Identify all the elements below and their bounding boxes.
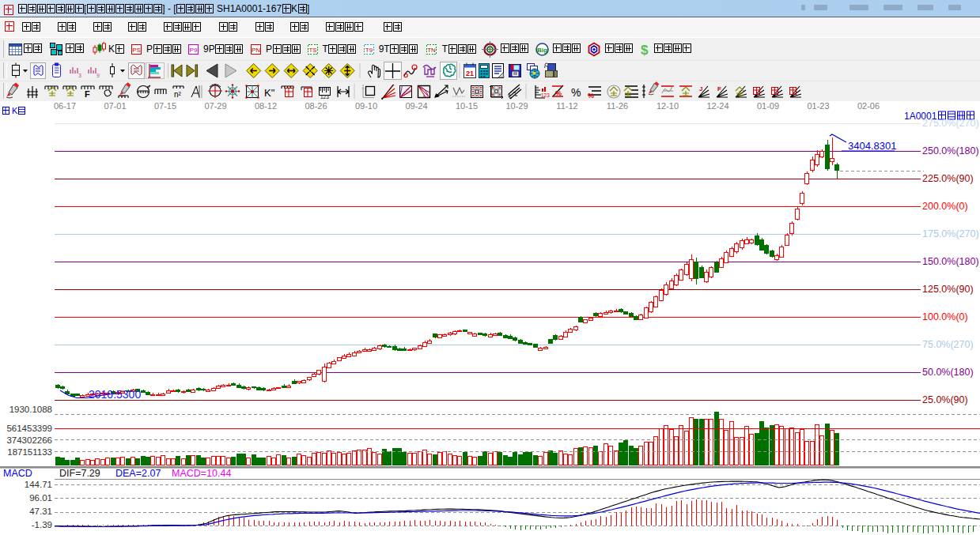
svg-text:275.0%(270): 275.0%(270)	[922, 118, 979, 129]
svg-text:187151133: 187151133	[7, 447, 52, 457]
svg-text:11-26: 11-26	[607, 101, 628, 111]
svg-text:374302266: 374302266	[6, 435, 52, 445]
svg-text:09-10: 09-10	[355, 101, 377, 111]
svg-text:MACD=10.44: MACD=10.44	[172, 468, 231, 479]
svg-text:144.71: 144.71	[25, 480, 52, 489]
svg-text:100.0%(0): 100.0%(0)	[922, 311, 968, 322]
svg-text:10-29: 10-29	[505, 101, 528, 111]
svg-text:08-26: 08-26	[305, 101, 327, 111]
svg-text:01-23: 01-23	[807, 101, 829, 111]
svg-text:12-24: 12-24	[706, 101, 728, 111]
svg-text:DEA=2.07: DEA=2.07	[115, 468, 161, 479]
svg-text:75.0%(270): 75.0%(270)	[922, 339, 974, 350]
svg-text:175.0%(270): 175.0%(270)	[922, 228, 979, 239]
svg-text:225.0%(90): 225.0%(90)	[922, 173, 974, 184]
svg-text:25.0%(90): 25.0%(90)	[922, 394, 968, 405]
svg-text:09-24: 09-24	[405, 101, 427, 111]
svg-text:11-12: 11-12	[556, 101, 577, 111]
svg-text:-1.39: -1.39	[32, 520, 52, 529]
svg-text:96.01: 96.01	[29, 493, 52, 503]
svg-text:K: K	[12, 106, 18, 115]
svg-text:200.0%(0): 200.0%(0)	[922, 201, 968, 212]
svg-text:07-15: 07-15	[154, 101, 176, 111]
svg-text:07-29: 07-29	[204, 101, 226, 111]
svg-text:DIF=7.29: DIF=7.29	[59, 468, 100, 479]
svg-text:3404.8301: 3404.8301	[848, 140, 896, 152]
svg-text:06-17: 06-17	[54, 101, 76, 111]
svg-text:150.0%(180): 150.0%(180)	[922, 256, 979, 267]
svg-text:MACD: MACD	[3, 468, 32, 479]
svg-text:561453399: 561453399	[6, 424, 52, 433]
svg-text:50.0%(180): 50.0%(180)	[922, 367, 974, 378]
svg-text:2010.5300: 2010.5300	[89, 388, 141, 401]
svg-text:08-12: 08-12	[255, 101, 277, 111]
svg-text:125.0%(90): 125.0%(90)	[922, 284, 974, 295]
svg-text:12-10: 12-10	[656, 101, 679, 111]
svg-text:250.0%(180): 250.0%(180)	[922, 145, 979, 156]
svg-text:10-15: 10-15	[456, 101, 478, 111]
svg-text:07-01: 07-01	[104, 101, 126, 111]
svg-text:02-06: 02-06	[857, 101, 880, 111]
svg-text:01-09: 01-09	[757, 101, 779, 111]
svg-text:1930.1088: 1930.1088	[9, 405, 52, 414]
svg-text:47.31: 47.31	[29, 507, 52, 516]
